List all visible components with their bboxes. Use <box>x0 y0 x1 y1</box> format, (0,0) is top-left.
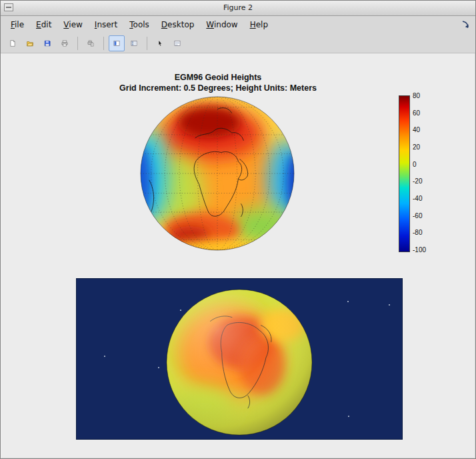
menu-file[interactable]: File <box>5 18 30 31</box>
menu-help[interactable]: Help <box>244 18 274 31</box>
textured-globe-axes <box>76 278 403 440</box>
open-file-button[interactable] <box>22 35 38 51</box>
colorbar-tick-label: -100 <box>413 246 435 254</box>
menu-insert[interactable]: Insert <box>89 18 123 31</box>
titlebar[interactable]: Figure 2 <box>1 1 475 16</box>
colorbar <box>399 95 410 252</box>
print-figure-button[interactable] <box>57 35 73 51</box>
geoid-globe-map <box>139 95 296 252</box>
property-editor-button[interactable] <box>169 35 185 51</box>
star-dot <box>389 304 390 306</box>
star-dot <box>348 416 349 417</box>
dock-figure-arrow-icon[interactable] <box>461 19 471 30</box>
rendered-globe <box>165 288 314 437</box>
open-folder-icon <box>27 38 33 49</box>
figure-window: Figure 2 File Edit View Insert Tools Des… <box>0 0 476 459</box>
colorbar-tick-label: -60 <box>413 212 435 219</box>
colorbar-tick-label: 0 <box>413 161 435 168</box>
window-title: Figure 2 <box>1 3 475 12</box>
plot-tools-layout-toggle[interactable] <box>126 35 142 51</box>
property-editor-icon <box>174 38 181 49</box>
print-preview-icon <box>87 38 94 49</box>
plot-title-line2: Grid Increment: 0.5 Degrees; Height Unit… <box>1 83 435 93</box>
show-plot-tools-toggle[interactable] <box>109 35 125 51</box>
star-dot <box>104 356 105 357</box>
layout-panes-icon <box>131 38 137 49</box>
toolbar <box>1 33 475 53</box>
print-preview-button[interactable] <box>83 35 99 51</box>
plot-title: EGM96 Geoid Heights Grid Increment: 0.5 … <box>1 72 435 93</box>
colorbar-tick-label: 40 <box>413 126 435 133</box>
printer-icon <box>61 38 68 49</box>
menu-tools[interactable]: Tools <box>123 18 155 31</box>
colorbar-tick-label: -20 <box>413 177 435 185</box>
menu-desktop[interactable]: Desktop <box>155 18 201 31</box>
plot-title-line1: EGM96 Geoid Heights <box>1 72 435 83</box>
menu-edit[interactable]: Edit <box>30 18 57 31</box>
new-file-button[interactable] <box>5 35 21 51</box>
menu-view[interactable]: View <box>57 18 88 31</box>
toolbar-separator <box>103 37 104 50</box>
colorbar-tick-label: -80 <box>413 229 435 236</box>
menu-window[interactable]: Window <box>200 18 243 31</box>
toolbar-separator <box>77 37 78 50</box>
save-figure-button[interactable] <box>39 35 55 51</box>
colorbar-tick-label: 60 <box>413 109 435 117</box>
figure-canvas: EGM96 Geoid Heights Grid Increment: 0.5 … <box>1 53 475 458</box>
toolbar-separator <box>147 37 147 50</box>
save-floppy-icon <box>44 38 51 49</box>
colorbar-tick-label: 80 <box>413 92 435 99</box>
star-dot <box>158 367 159 368</box>
dock-arrow-glyph <box>461 19 471 30</box>
edit-plot-button[interactable] <box>152 35 168 51</box>
menubar: File Edit View Insert Tools Desktop Wind… <box>1 16 475 33</box>
new-file-icon <box>9 38 16 49</box>
plot-tools-panel-icon <box>113 38 120 49</box>
colorbar-tick-label: -40 <box>413 195 435 202</box>
colorbar-tick-label: 20 <box>413 143 435 151</box>
star-dot <box>347 301 349 302</box>
arrow-cursor-icon <box>157 38 163 49</box>
